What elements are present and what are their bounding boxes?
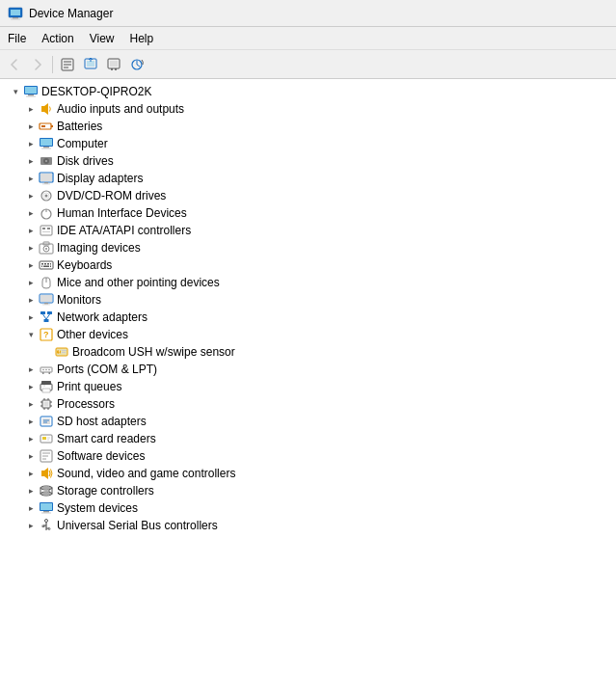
software-expander[interactable]: [23, 448, 39, 464]
tree-item-ports[interactable]: Ports (COM & LPT): [0, 361, 616, 378]
software-label: Software devices: [57, 449, 145, 463]
svg-rect-17: [28, 94, 34, 96]
network-expander[interactable]: [23, 310, 39, 325]
hid-icon: [39, 205, 54, 221]
back-button[interactable]: [4, 54, 25, 75]
tree-item-smartcard[interactable]: Smart card readers: [0, 430, 616, 447]
uninstall-button[interactable]: [103, 54, 124, 75]
tree-item-broadcom[interactable]: ! Broadcom USH w/swipe sensor: [0, 343, 616, 361]
tree-item-monitors[interactable]: Monitors: [0, 291, 616, 309]
svg-rect-25: [43, 147, 49, 148]
update-driver-button[interactable]: [80, 54, 101, 75]
print-label: Print queues: [57, 380, 121, 393]
svg-rect-94: [42, 418, 50, 424]
svg-rect-55: [50, 266, 51, 268]
toolbar: [0, 50, 616, 79]
svg-rect-24: [40, 139, 52, 146]
menu-help[interactable]: Help: [122, 30, 162, 47]
network-label: Network adapters: [57, 310, 147, 324]
processors-expander[interactable]: [23, 396, 39, 412]
print-icon: [39, 379, 54, 394]
menu-view[interactable]: View: [82, 30, 122, 47]
broadcom-icon: !: [54, 344, 69, 360]
usb-icon: [39, 518, 54, 533]
print-expander[interactable]: [23, 379, 39, 394]
root-expander[interactable]: [8, 84, 23, 99]
diskdrives-expander[interactable]: [23, 153, 39, 169]
dvd-expander[interactable]: [23, 188, 39, 203]
tree-root[interactable]: DESKTOP-QIPRO2K: [0, 83, 616, 100]
svg-rect-82: [43, 386, 45, 387]
system-expander[interactable]: [23, 500, 39, 516]
audio-expander[interactable]: [23, 101, 39, 117]
other-expander[interactable]: [23, 327, 39, 342]
svg-rect-48: [40, 261, 53, 269]
tree-item-storage[interactable]: Storage controllers: [0, 482, 616, 499]
tree-item-keyboards[interactable]: Keyboards: [0, 256, 616, 274]
tree-item-diskdrives[interactable]: Disk drives: [0, 152, 616, 170]
mice-label: Mice and other pointing devices: [57, 276, 220, 289]
smartcard-expander[interactable]: [23, 431, 39, 446]
tree-item-sound[interactable]: Sound, video and game controllers: [0, 465, 616, 482]
svg-rect-31: [40, 174, 52, 181]
forward-button[interactable]: [27, 54, 48, 75]
batteries-expander[interactable]: [23, 119, 39, 134]
diskdrives-icon: [39, 153, 54, 169]
sound-expander[interactable]: [23, 466, 39, 481]
svg-rect-71: [62, 350, 67, 351]
hid-expander[interactable]: [23, 205, 39, 221]
tree-item-display[interactable]: Display adapters: [0, 170, 616, 187]
tree-item-print[interactable]: Print queues: [0, 378, 616, 395]
imaging-expander[interactable]: [23, 240, 39, 256]
imaging-icon: [39, 240, 54, 256]
sd-icon: [39, 414, 54, 429]
storage-label: Storage controllers: [57, 484, 154, 498]
tree-item-batteries[interactable]: Batteries: [0, 118, 616, 135]
tree-item-imaging[interactable]: Imaging devices: [0, 239, 616, 256]
svg-rect-49: [41, 263, 43, 265]
title-bar: Device Manager: [0, 0, 616, 27]
sd-expander[interactable]: [23, 414, 39, 429]
svg-marker-19: [41, 103, 48, 115]
svg-rect-3: [11, 18, 20, 19]
tree-item-dvd[interactable]: DVD/CD-ROM drives: [0, 187, 616, 204]
menu-file[interactable]: File: [0, 30, 34, 47]
tree-item-audio[interactable]: Audio inputs and outputs: [0, 100, 616, 118]
tree-item-computer[interactable]: Computer: [0, 135, 616, 152]
tree-item-ide[interactable]: IDE ATA/ATAPI controllers: [0, 222, 616, 239]
storage-expander[interactable]: [23, 483, 39, 498]
svg-rect-1: [11, 10, 20, 15]
tree-item-software[interactable]: Software devices: [0, 447, 616, 465]
tree-item-usb[interactable]: Universal Serial Bus controllers: [0, 517, 616, 534]
svg-rect-50: [44, 263, 46, 265]
tree-item-hid[interactable]: Human Interface Devices: [0, 204, 616, 222]
scan-hardware-button[interactable]: [126, 54, 147, 75]
ports-expander[interactable]: [23, 362, 39, 377]
batteries-icon: [39, 119, 54, 134]
tree-item-processors[interactable]: Processors: [0, 395, 616, 413]
svg-line-64: [43, 314, 47, 319]
monitors-icon: [39, 292, 54, 308]
svg-rect-62: [47, 311, 52, 314]
usb-expander[interactable]: [23, 518, 39, 533]
properties-button[interactable]: [57, 54, 78, 75]
tree-item-other[interactable]: ? Other devices: [0, 326, 616, 343]
keyboards-expander[interactable]: [23, 257, 39, 273]
computer-expander[interactable]: [23, 136, 39, 151]
smartcard-icon: [39, 431, 54, 446]
monitors-expander[interactable]: [23, 292, 39, 308]
svg-text:!: !: [58, 349, 60, 355]
tree-item-network[interactable]: Network adapters: [0, 309, 616, 326]
svg-rect-26: [41, 148, 51, 149]
svg-rect-18: [26, 96, 36, 97]
mice-expander[interactable]: [23, 275, 39, 290]
display-expander[interactable]: [23, 171, 39, 186]
svg-rect-111: [40, 503, 52, 510]
tree-item-system[interactable]: System devices: [0, 499, 616, 517]
tree-item-sd[interactable]: SD host adapters: [0, 413, 616, 430]
batteries-label: Batteries: [57, 120, 102, 133]
svg-point-109: [48, 490, 50, 492]
menu-action[interactable]: Action: [34, 30, 81, 47]
tree-item-mice[interactable]: Mice and other pointing devices: [0, 274, 616, 291]
ide-expander[interactable]: [23, 223, 39, 238]
